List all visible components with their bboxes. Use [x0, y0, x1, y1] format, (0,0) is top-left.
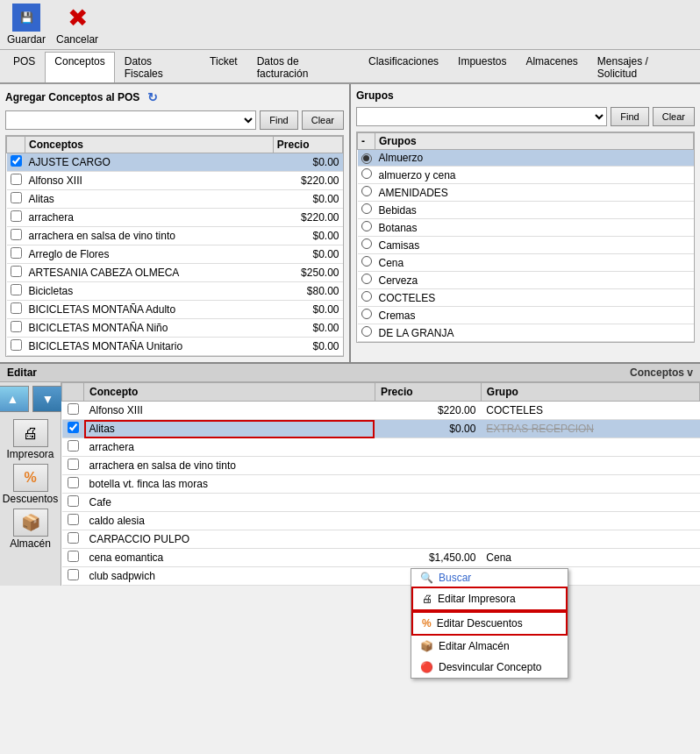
editar-descuentos-item[interactable]: % Editar Descuentos: [411, 611, 568, 636]
editar-row-check[interactable]: [62, 494, 84, 512]
right-row-radio-cell[interactable]: [358, 184, 375, 202]
radio-circle[interactable]: [361, 168, 372, 179]
editar-row-check[interactable]: [62, 512, 84, 530]
left-table-row[interactable]: BICICLETAS MONTAÑA Niño $0.00: [7, 319, 343, 338]
editar-row-check[interactable]: [62, 402, 84, 420]
editar-table-row[interactable]: CARPACCIO PULPO: [62, 530, 700, 549]
move-up-button[interactable]: ▲: [0, 386, 29, 412]
impresora-button[interactable]: 🖨 Impresora: [6, 419, 54, 460]
editar-table-row[interactable]: botella vt. finca las moras: [62, 475, 700, 494]
left-find-button[interactable]: Find: [260, 110, 297, 130]
left-row-check[interactable]: [7, 245, 25, 264]
left-table-row[interactable]: ARTESANIA CABEZA OLMECA $250.00: [7, 264, 343, 282]
right-row-radio-cell[interactable]: [358, 167, 375, 184]
right-row-radio-cell[interactable]: [358, 237, 375, 254]
editar-table-row[interactable]: cena eomantica $1,450.00 Cena: [62, 549, 700, 567]
editar-row-check[interactable]: [62, 420, 84, 438]
left-table-row[interactable]: BICICLETAS MONTAÑA Adulto $0.00: [7, 301, 343, 319]
left-table-row[interactable]: Arreglo de Flores $0.00: [7, 245, 343, 264]
radio-circle[interactable]: [361, 221, 372, 231]
left-row-check[interactable]: [7, 301, 25, 319]
tab-mensajes[interactable]: Mensajes / Solicitud: [588, 52, 696, 82]
descuentos-button[interactable]: % Descuentos: [3, 464, 58, 505]
radio-circle[interactable]: [361, 238, 372, 249]
right-table-row[interactable]: Almuerzo: [358, 150, 694, 167]
editar-row-check[interactable]: [62, 457, 84, 475]
editar-table-row[interactable]: Cafe: [62, 494, 700, 512]
right-table-row[interactable]: Cerveza: [358, 272, 694, 289]
desvincular-item[interactable]: 🔴 Desvincular Concepto: [411, 657, 568, 678]
right-row-radio-cell[interactable]: [358, 307, 375, 324]
left-row-check[interactable]: [7, 227, 25, 245]
editar-table-row[interactable]: arrachera en salsa de vino tinto: [62, 457, 700, 475]
right-row-radio-cell[interactable]: [358, 272, 375, 289]
refresh-button[interactable]: ↻: [145, 89, 161, 105]
radio-circle[interactable]: [361, 203, 372, 214]
right-row-radio-cell[interactable]: [358, 202, 375, 219]
right-table-row[interactable]: Cena: [358, 254, 694, 272]
radio-circle[interactable]: [361, 309, 372, 319]
left-table-row[interactable]: Alfonso XIII $220.00: [7, 172, 343, 190]
tab-datos-facturacion[interactable]: Datos de facturación: [247, 52, 359, 82]
left-row-check[interactable]: [7, 264, 25, 282]
radio-circle[interactable]: [361, 326, 372, 337]
right-row-radio-cell[interactable]: [358, 150, 375, 167]
left-row-check[interactable]: [7, 153, 25, 172]
left-row-check[interactable]: [7, 319, 25, 338]
editar-table-row[interactable]: club sadpwich $260.00 delicias clasicas: [62, 567, 700, 586]
radio-circle[interactable]: [361, 274, 372, 284]
editar-almacen-item[interactable]: 📦 Editar Almacén: [411, 636, 568, 657]
buscar-item[interactable]: 🔍 Buscar: [411, 569, 568, 587]
left-table-row[interactable]: Alitas $0.00: [7, 190, 343, 209]
right-table-row[interactable]: AMENIDADES: [358, 184, 694, 202]
tab-almacenes[interactable]: Almacenes: [516, 52, 587, 82]
tab-conceptos[interactable]: Conceptos: [45, 52, 114, 82]
right-table-row[interactable]: DE LA GRANJA: [358, 324, 694, 342]
left-row-check[interactable]: [7, 338, 25, 356]
editar-table-row[interactable]: Alfonso XIII $220.00 COCTELES: [62, 402, 700, 420]
left-table-row[interactable]: Bicicletas $80.00: [7, 282, 343, 301]
left-clear-button[interactable]: Clear: [302, 110, 344, 130]
right-table-row[interactable]: Botanas: [358, 219, 694, 237]
right-row-radio-cell[interactable]: [358, 254, 375, 272]
right-search-select[interactable]: [356, 107, 607, 126]
tab-clasificaciones[interactable]: Clasificaciones: [359, 52, 448, 82]
tab-ticket[interactable]: Ticket: [200, 52, 247, 82]
left-row-check[interactable]: [7, 209, 25, 227]
left-row-check[interactable]: [7, 172, 25, 190]
left-table-row[interactable]: arrachera $220.00: [7, 209, 343, 227]
right-table-row[interactable]: Camisas: [358, 237, 694, 254]
right-clear-button[interactable]: Clear: [653, 107, 695, 126]
editar-row-check[interactable]: [62, 438, 84, 457]
tab-pos[interactable]: POS: [4, 52, 45, 82]
radio-circle[interactable]: [361, 291, 372, 302]
editar-row-check[interactable]: [62, 549, 84, 567]
right-row-radio-cell[interactable]: [358, 324, 375, 342]
save-button[interactable]: 💾 Guardar: [7, 4, 46, 46]
left-table-row[interactable]: AJUSTE CARGO $0.00: [7, 153, 343, 172]
cancel-button[interactable]: ✖ Cancelar: [56, 4, 98, 46]
right-row-radio-cell[interactable]: [358, 219, 375, 237]
almacen-button[interactable]: 📦 Almacén: [10, 509, 51, 550]
editar-impresora-item[interactable]: 🖨 Editar Impresora: [411, 587, 568, 611]
tab-datos-fiscales[interactable]: Datos Fiscales: [115, 52, 200, 82]
left-table-row[interactable]: arrachera en salsa de vino tinto $0.00: [7, 227, 343, 245]
editar-row-check[interactable]: [62, 475, 84, 494]
right-table-row[interactable]: Bebidas: [358, 202, 694, 219]
right-table-row[interactable]: Cremas: [358, 307, 694, 324]
radio-circle[interactable]: [361, 186, 372, 196]
left-row-check[interactable]: [7, 282, 25, 301]
left-table-row[interactable]: BICICLETAS MONTAÑA Unitario $0.00: [7, 338, 343, 356]
editar-row-check[interactable]: [62, 530, 84, 549]
right-table-row[interactable]: almuerzo y cena: [358, 167, 694, 184]
right-find-button[interactable]: Find: [611, 107, 648, 126]
right-row-radio-cell[interactable]: [358, 289, 375, 307]
right-table-row[interactable]: COCTELES: [358, 289, 694, 307]
tab-impuestos[interactable]: Impuestos: [448, 52, 516, 82]
editar-row-check[interactable]: [62, 567, 84, 586]
editar-table-row[interactable]: arrachera: [62, 438, 700, 457]
move-down-button[interactable]: ▼: [32, 386, 64, 412]
radio-circle[interactable]: [361, 153, 372, 164]
left-search-select[interactable]: [5, 110, 256, 130]
left-row-check[interactable]: [7, 190, 25, 209]
